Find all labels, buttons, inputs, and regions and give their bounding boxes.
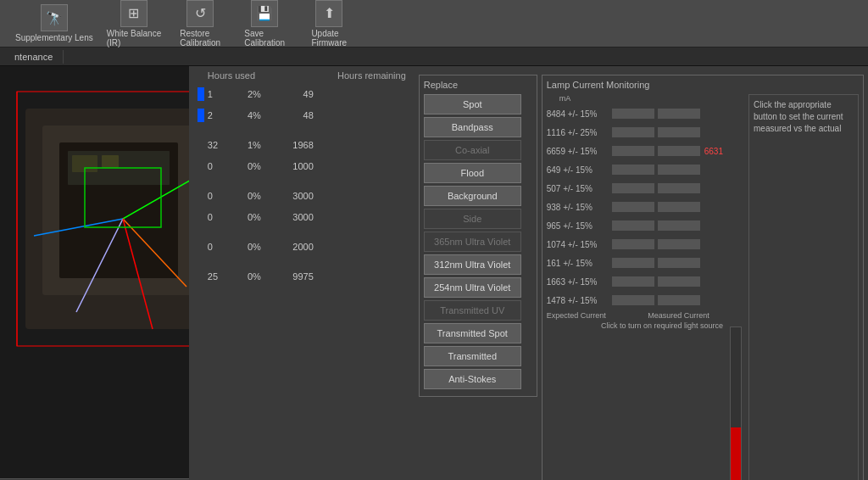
restore-label: RestoreCalibration [180, 29, 220, 47]
lamp-pct: 2% [237, 89, 271, 99]
camera-view [0, 66, 189, 478]
mon-bar [612, 220, 654, 231]
table-row: 2 4% 48 [198, 106, 406, 125]
table-row: 0 0% 2000 [198, 237, 406, 256]
mon-bar [612, 295, 654, 305]
lamp-pct: 0% [237, 191, 271, 201]
right-panel: Replace Spot Bandpass Co-axial Flood Bac… [415, 66, 868, 480]
save-calibration-btn[interactable]: 💾 SaveCalibration [239, 0, 290, 47]
replace-background-btn[interactable]: Background [424, 186, 521, 206]
replace-antistokes-btn[interactable]: Anti-Stokes [424, 369, 521, 389]
lamp-indicator-empty [198, 210, 204, 224]
lamp-num: 32 [208, 140, 237, 150]
lamp-table-panel: Hours used Hours remaining 1 2% 49 2 4% … [189, 66, 415, 480]
lamp-pct: 0% [237, 242, 271, 252]
lamp-num: 1 [208, 89, 237, 99]
camera-overlay [0, 66, 189, 380]
supplementary-lens-label: Supplementary Lens [15, 33, 93, 42]
lamp-indicator [198, 87, 204, 101]
monitoring-row: 6659 +/- 15% 6631 [547, 142, 723, 159]
mon-measured-bar [658, 146, 700, 156]
lamp-pct: 0% [237, 161, 271, 171]
replace-312nm-btn[interactable]: 312nm Ultra Violet [424, 254, 521, 275]
lamp-rem: 49 [271, 89, 314, 99]
click-info-text: Click the appropriate button to set the … [754, 100, 843, 133]
top-toolbar: 🔭 Supplementary Lens ⊞ White Balance(IR)… [0, 0, 868, 47]
restore-icon: ↺ [186, 0, 214, 27]
mon-measured-bar [658, 239, 700, 249]
mon-expected: 1116 +/- 25% [547, 128, 610, 137]
lamp-rem: 1968 [271, 140, 314, 150]
click-info-box: Click the appropriate button to set the … [748, 94, 859, 480]
mon-measured-bar [658, 295, 700, 305]
svg-rect-5 [102, 155, 119, 168]
replace-254nm-btn[interactable]: 254nm Ultra Violet [424, 277, 521, 298]
measured-current-label: Measured Current [634, 311, 723, 320]
mon-measured-bar [658, 220, 700, 231]
replace-side-btn: Side [424, 209, 521, 229]
replace-title: Replace [424, 80, 532, 90]
monitoring-row: 965 +/- 15% [547, 217, 723, 234]
replace-box: Replace Spot Bandpass Co-axial Flood Bac… [419, 75, 537, 397]
lamp-pct: 0% [237, 271, 271, 282]
replace-trans-spot-btn[interactable]: Transmitted Spot [424, 323, 521, 343]
white-balance-label: White Balance(IR) [107, 29, 161, 47]
replace-section: Replace Spot Bandpass Co-axial Flood Bac… [419, 70, 537, 480]
camera-image [0, 66, 189, 478]
monitoring-row: 1663 +/- 15% [547, 273, 723, 290]
replace-spot-btn[interactable]: Spot [424, 94, 521, 114]
save-cal-label: SaveCalibration [244, 29, 285, 47]
mon-expected: 6659 +/- 15% [547, 147, 610, 156]
mon-measured-bar [658, 127, 700, 137]
restore-calibration-btn[interactable]: ↺ RestoreCalibration [175, 0, 225, 47]
mon-measured-bar [658, 109, 700, 119]
mon-bar [612, 276, 654, 287]
red-bar-container [730, 327, 742, 480]
monitoring-row: 1116 +/- 25% [547, 124, 723, 141]
mon-bar [612, 146, 654, 156]
mon-expected: 938 +/- 15% [547, 203, 610, 212]
monitoring-section: Lamp Current Monitoring mA 8484 +/- 15% [542, 70, 864, 480]
replace-trans-btn[interactable]: Transmitted [424, 346, 521, 366]
replace-flood-btn[interactable]: Flood [424, 163, 521, 183]
monitoring-row: 938 +/- 15% [547, 198, 723, 215]
lamp-num: 2 [208, 110, 237, 120]
lamp-rem: 3000 [271, 212, 314, 222]
mon-expected: 8484 +/- 15% [547, 109, 610, 119]
table-row: 32 1% 1968 [198, 136, 406, 154]
red-bar-fill [731, 427, 741, 480]
mon-bar [612, 202, 654, 212]
monitoring-row: 1478 +/- 15% [547, 292, 723, 309]
mon-bar [612, 165, 654, 175]
mon-measured-bar [658, 258, 700, 268]
lamp-rem: 3000 [271, 191, 314, 201]
mon-expected: 1074 +/- 15% [547, 240, 610, 249]
mon-expected: 965 +/- 15% [547, 221, 610, 231]
table-row: 0 0% 3000 [198, 187, 406, 205]
supplementary-lens-item: 🔭 Supplementary Lens [15, 4, 93, 42]
lamp-num: 0 [208, 242, 237, 252]
hours-used-header: Hours used [208, 70, 255, 81]
lamp-num: 0 [208, 161, 237, 171]
monitoring-footer: Expected Current Measured Current [547, 311, 723, 320]
lamp-rem: 48 [271, 110, 314, 120]
monitoring-box: Lamp Current Monitoring mA 8484 +/- 15% [542, 75, 864, 480]
ma-label: mA [547, 94, 723, 103]
monitoring-row: 1074 +/- 15% [547, 236, 723, 253]
lamp-indicator-empty [198, 138, 204, 152]
table-header: Hours used Hours remaining [198, 70, 406, 81]
update-firmware-btn[interactable]: ⬆ UpdateFirmware [303, 0, 354, 47]
hours-remaining-header: Hours remaining [337, 70, 406, 81]
mon-bar [612, 258, 654, 268]
lamp-pct: 4% [237, 110, 271, 120]
update-icon: ⬆ [315, 0, 342, 27]
replace-bandpass-btn[interactable]: Bandpass [424, 117, 521, 137]
mon-expected: 1478 +/- 15% [547, 296, 610, 305]
lamp-pct: 1% [237, 140, 271, 150]
tab-maintenance[interactable]: ntenance [4, 50, 64, 64]
monitoring-rows: mA 8484 +/- 15% 1116 +/- 25% [547, 94, 723, 480]
white-balance-btn[interactable]: ⊞ White Balance(IR) [107, 0, 161, 47]
lamp-num: 25 [208, 271, 237, 282]
mon-measured-bar [658, 276, 700, 287]
lamp-indicator-empty [198, 240, 204, 254]
